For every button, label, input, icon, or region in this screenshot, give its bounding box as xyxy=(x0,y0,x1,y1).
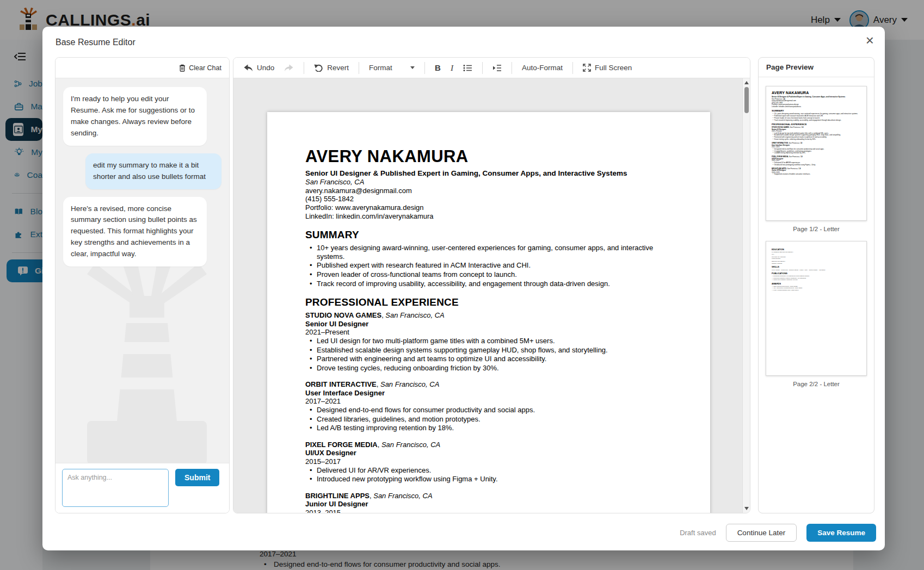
bold-button[interactable]: B xyxy=(433,61,443,74)
resume-experience-heading: PROFESSIONAL EXPERIENCE xyxy=(772,123,862,126)
redo-button[interactable] xyxy=(282,62,296,73)
toolbar-separator xyxy=(512,62,512,74)
resume-bullet: Proven leader of cross-functional teams … xyxy=(305,270,672,279)
resume-bullet: 10+ years designing award-winning, user-… xyxy=(305,244,672,261)
auto-format-button[interactable]: Auto-Format xyxy=(520,62,565,73)
resume-bullet: Introduced new prototyping workflow usin… xyxy=(305,475,672,484)
fullscreen-icon xyxy=(583,64,591,72)
resume-bullet: Drove testing cycles, reducing onboardin… xyxy=(305,364,672,373)
resume-name: AVERY NAKAMURA xyxy=(772,91,862,95)
resume-location: San Francisco, CA xyxy=(305,178,672,187)
thumb-line: Motion as Feedback: Gameplay Review xyxy=(772,279,862,281)
modal-footer: Draft saved Continue Later Save Resume xyxy=(680,524,876,542)
resume-job: BRIGHTLINE APPS, San Francisco, CAJunior… xyxy=(305,492,672,513)
resume-bullet: Led A/B testing improving retention by 1… xyxy=(772,152,862,154)
close-icon[interactable]: × xyxy=(866,33,874,47)
submit-button[interactable]: Submit xyxy=(175,469,219,486)
job-company-line: PIXEL FORGE MEDIA, San Francisco, CA xyxy=(305,441,672,449)
job-company: PIXEL FORGE MEDIA xyxy=(305,441,378,449)
thumb-bullets: GDC Interface Excellence Award (2022)IxD… xyxy=(772,286,862,291)
job-company: STUDIO NOVA GAMES xyxy=(305,311,381,319)
chevron-down-icon xyxy=(410,66,415,69)
resume-bullet: Introduced new prototyping workflow usin… xyxy=(772,164,862,166)
continue-later-button[interactable]: Continue Later xyxy=(726,524,797,542)
toolbar-separator xyxy=(359,62,359,74)
clear-chat-button[interactable]: Clear Chat xyxy=(179,64,221,72)
job-title: Senior UI Designer xyxy=(305,320,672,329)
resume-job: STUDIO NOVA GAMES, San Francisco, CASeni… xyxy=(305,311,672,372)
resume-bullet: Published expert with research featured … xyxy=(305,261,672,270)
job-bullets: Designed end-to-end flows for consumer p… xyxy=(772,148,862,154)
chat-input[interactable] xyxy=(62,469,169,507)
resume-job: PIXEL FORGE MEDIA, San Francisco, CAUI/U… xyxy=(305,441,672,484)
job-bullets: Delivered UI for AR/VR experiences.Intro… xyxy=(305,466,672,484)
page-1-thumbnail[interactable]: AVERY NAKAMURASenior UI Designer & Publi… xyxy=(766,86,867,221)
resume-job: ORBIT INTERACTIVE, San Francisco, CAUser… xyxy=(772,142,862,154)
editor-scrollbar xyxy=(742,78,750,513)
resume-bullet: Partnered with engineering and art teams… xyxy=(305,355,672,363)
job-bullets: Led UI design for two multi-platform gam… xyxy=(772,132,862,140)
save-resume-button[interactable]: Save Resume xyxy=(806,524,876,542)
job-company-line: BRIGHTLINE APPS, San Francisco, CA xyxy=(305,492,672,500)
resume-summary-heading: SUMMARY xyxy=(772,109,862,112)
resume-bullet: Led A/B testing improving retention by 1… xyxy=(305,424,672,432)
modal-title: Base Resume Editor xyxy=(56,38,135,47)
page-preview-panel: Page Preview AVERY NAKAMURASenior UI Des… xyxy=(758,57,874,513)
thumb-section-heading: PUBLICATIONS xyxy=(772,272,862,275)
resume-bullet: Led UI design for two multi-platform gam… xyxy=(305,337,672,345)
format-dropdown[interactable]: Format xyxy=(367,62,417,73)
toolbar-separator xyxy=(424,62,425,74)
revert-icon xyxy=(314,64,323,72)
resume-email: avery.nakamura@designmail.com xyxy=(305,187,672,195)
chat-panel: Clear Chat I'm ready to he xyxy=(55,57,230,513)
lighthouse-watermark-icon xyxy=(65,241,220,463)
undo-button[interactable]: Undo xyxy=(241,62,276,73)
page-preview-title: Page Preview xyxy=(759,58,874,77)
resume-document[interactable]: AVERY NAKAMURASenior UI Designer & Publi… xyxy=(267,112,710,513)
job-location: San Francisco, CA xyxy=(373,492,432,500)
revert-button[interactable]: Revert xyxy=(312,62,351,73)
draft-status: Draft saved xyxy=(680,529,716,537)
italic-button[interactable]: I xyxy=(448,61,455,75)
job-location: San Francisco, CA xyxy=(787,168,801,169)
resume-bullet: Established scalable design systems supp… xyxy=(305,346,672,355)
job-location: San Francisco, CA xyxy=(385,311,444,319)
chat-input-area: Submit xyxy=(56,463,229,513)
thumb-bullets: Designing Immersive UI Systems for Multi… xyxy=(772,275,862,281)
job-location: San Francisco, CA xyxy=(789,142,803,144)
resume-portfolio: Portfolio: www.averynakamura.design xyxy=(305,203,672,212)
fullscreen-button[interactable]: Full Screen xyxy=(581,62,634,73)
resume-linkedin: LinkedIn: linkedin.com/in/averynakamura xyxy=(772,106,862,108)
job-bullets: Designed end-to-end flows for consumer p… xyxy=(305,406,672,432)
job-title: User Interface Designer xyxy=(305,389,672,398)
page-2-thumbnail[interactable]: EDUCATIONCARNEGIE MELLON UNIVERSITYMFASC… xyxy=(766,241,867,376)
scroll-up-arrow[interactable] xyxy=(744,81,749,84)
indent-button[interactable] xyxy=(490,63,504,73)
assistant-chat-message: I'm ready to help you edit your Resume. … xyxy=(63,87,207,146)
job-company: BRIGHTLINE APPS xyxy=(305,492,369,500)
bullet-list-icon xyxy=(463,64,472,72)
editor-toolbar: Undo Revert Format B I xyxy=(233,58,750,78)
scrollbar-thumb[interactable] xyxy=(744,87,749,113)
assistant-chat-message: Here's a revised, more concise summary s… xyxy=(63,197,207,267)
resume-bullet: Track record of improving usability, acc… xyxy=(305,280,672,288)
resume-bullet: Track record of improving usability, acc… xyxy=(772,119,862,121)
bullet-list-button[interactable] xyxy=(461,63,475,73)
trash-icon xyxy=(179,64,186,72)
chat-message-list: I'm ready to help you edit your Resume. … xyxy=(56,78,229,463)
thumb-section-heading: EDUCATION xyxy=(772,248,862,251)
resume-summary-bullets: 10+ years designing award-winning, user-… xyxy=(772,113,862,121)
job-company-line: STUDIO NOVA GAMES, San Francisco, CA xyxy=(305,311,672,320)
resume-job: BRIGHTLINE APPS, San Francisco, CAJunior… xyxy=(772,168,862,175)
toolbar-separator xyxy=(482,62,483,74)
chat-header: Clear Chat xyxy=(56,58,229,78)
page-1-label: Page 1/2 - Letter xyxy=(759,226,874,232)
scroll-down-arrow[interactable] xyxy=(744,507,749,510)
resume-bullet: Supported creation of mobile consumer in… xyxy=(772,174,862,176)
thumb-line: UXDA Product Design Merit Award (2019) xyxy=(772,289,862,290)
user-chat-message: edit my summary to make it a bit shorter… xyxy=(85,153,221,189)
indent-icon xyxy=(492,64,502,72)
resume-linkedin: LinkedIn: linkedin.com/in/averynakamura xyxy=(305,212,672,221)
resume-bullet: Delivered UI for AR/VR experiences. xyxy=(305,466,672,475)
thumb-line: UI/UX design · prototyping · design syst… xyxy=(772,269,862,270)
